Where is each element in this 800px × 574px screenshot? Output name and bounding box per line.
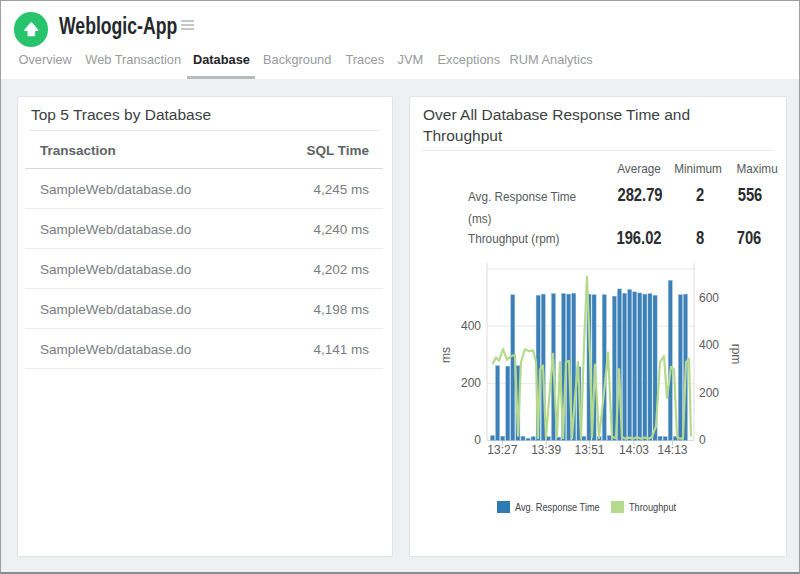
svg-text:0: 0	[474, 433, 481, 447]
svg-text:rpm: rpm	[729, 344, 743, 365]
svg-text:600: 600	[699, 291, 719, 305]
svg-text:13:51: 13:51	[574, 443, 604, 457]
svg-text:400: 400	[699, 338, 719, 352]
svg-text:200: 200	[699, 386, 719, 400]
svg-text:400: 400	[461, 319, 481, 333]
svg-text:13:39: 13:39	[531, 443, 561, 457]
svg-text:200: 200	[461, 376, 481, 390]
svg-text:ms: ms	[439, 347, 453, 363]
svg-text:0: 0	[699, 433, 706, 447]
svg-text:14:03: 14:03	[619, 443, 649, 457]
svg-text:14:13: 14:13	[657, 443, 687, 457]
svg-text:13:27: 13:27	[487, 443, 517, 457]
